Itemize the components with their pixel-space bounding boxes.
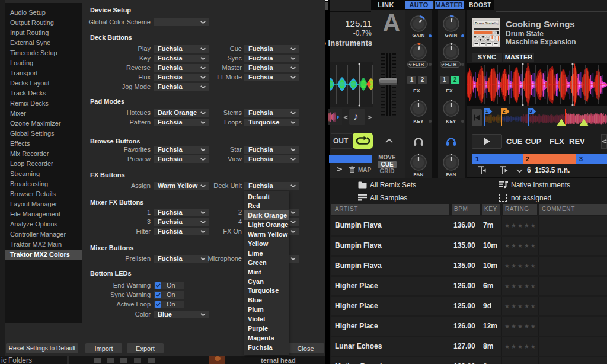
svg-text:Drum State: Drum State [475,21,494,25]
svg-text:Exp: Exp [494,21,499,25]
